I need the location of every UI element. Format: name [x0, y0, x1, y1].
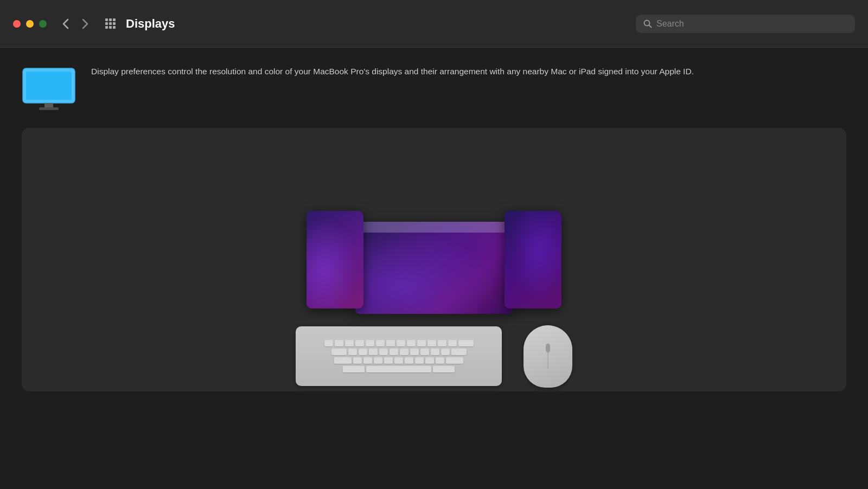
nav-forward-button[interactable]	[77, 16, 93, 32]
display-center-laptop[interactable]	[355, 222, 513, 314]
maximize-button[interactable]	[39, 20, 47, 28]
display-arrangement[interactable]	[307, 211, 561, 308]
mouse-divider	[548, 350, 548, 369]
display-left-wallpaper	[307, 211, 363, 308]
mouse-icon	[524, 325, 572, 388]
display-right-ipad[interactable]	[505, 211, 561, 308]
page-title: Displays	[126, 17, 636, 31]
svg-rect-5	[39, 107, 59, 110]
titlebar: Displays	[0, 0, 868, 48]
grid-menu-button[interactable]	[102, 16, 118, 32]
grid-icon	[105, 18, 116, 29]
main-content: Display preferences control the resoluti…	[0, 48, 868, 391]
svg-rect-3	[26, 72, 72, 100]
minimize-button[interactable]	[26, 20, 34, 28]
info-row: Display preferences control the resoluti…	[22, 65, 846, 113]
display-area[interactable]	[22, 128, 846, 391]
nav-back-button[interactable]	[58, 16, 74, 32]
info-description: Display preferences control the resoluti…	[91, 65, 694, 78]
search-icon	[643, 20, 652, 28]
display-icon	[22, 67, 76, 113]
search-input[interactable]	[656, 19, 847, 29]
svg-line-1	[649, 25, 652, 27]
window-controls	[13, 20, 47, 28]
display-right-wallpaper	[505, 211, 561, 308]
bottom-accessories	[22, 321, 846, 391]
keyboard-icon	[296, 326, 502, 386]
display-center-menubar	[355, 222, 513, 233]
close-button[interactable]	[13, 20, 21, 28]
display-center-wallpaper	[355, 222, 513, 314]
display-left-ipad[interactable]	[307, 211, 363, 308]
search-container	[636, 15, 855, 33]
nav-buttons	[58, 16, 93, 32]
